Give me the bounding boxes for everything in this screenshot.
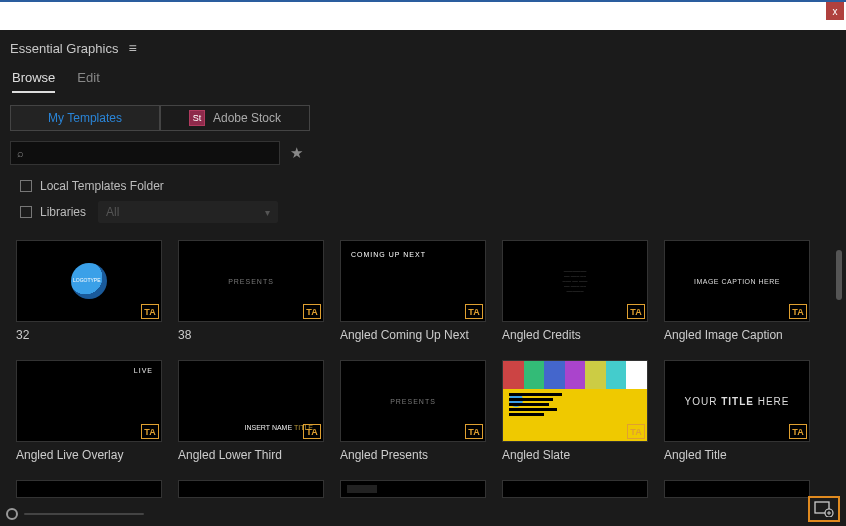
template-thumbnail: LIVE TA	[16, 360, 162, 442]
templates-grid: TA 32 PRESENTS TA 38 COMING UP NEXT TA A…	[16, 240, 826, 506]
zoom-track[interactable]	[24, 513, 144, 515]
thumb-text: PRESENTS	[390, 398, 436, 405]
template-thumbnail	[502, 480, 648, 498]
libraries-selected: All	[106, 205, 119, 219]
template-thumbnail: TA	[16, 240, 162, 322]
mogrt-badge-icon: TA	[789, 424, 807, 439]
template-thumbnail: PRESENTS TA	[178, 240, 324, 322]
adobe-stock-button[interactable]: St Adobe Stock	[160, 105, 310, 131]
mogrt-badge-icon: TA	[303, 424, 321, 439]
chevron-down-icon: ▾	[265, 207, 270, 218]
zoom-slider[interactable]	[6, 508, 144, 520]
thumb-text: LIVE	[134, 367, 153, 374]
mogrt-badge-icon: TA	[789, 304, 807, 319]
libraries-label[interactable]: Libraries	[40, 205, 86, 219]
template-label: Angled Slate	[502, 448, 648, 462]
vertical-scrollbar[interactable]	[836, 250, 842, 300]
template-thumbnail: PRESENTS TA	[340, 360, 486, 442]
mogrt-badge-icon: TA	[627, 304, 645, 319]
template-label: Angled Lower Third	[178, 448, 324, 462]
zoom-knob-icon[interactable]	[6, 508, 18, 520]
template-item[interactable]: TA Angled Slate	[502, 360, 648, 462]
new-file-icon	[814, 501, 834, 517]
filter-local-folder: Local Templates Folder	[0, 175, 846, 197]
stock-badge-icon: St	[189, 110, 205, 126]
template-item[interactable]	[664, 480, 810, 498]
thumb-text: PRESENTS	[228, 278, 274, 285]
template-thumbnail: INSERT NAME TITLE TA	[178, 360, 324, 442]
panel-title: Essential Graphics	[10, 41, 118, 56]
template-label: Angled Image Caption	[664, 328, 810, 342]
mogrt-badge-icon: TA	[465, 304, 483, 319]
adobe-stock-label: Adobe Stock	[213, 111, 281, 125]
local-folder-checkbox[interactable]	[20, 180, 32, 192]
search-field[interactable]	[28, 146, 273, 160]
mogrt-badge-icon: TA	[141, 304, 159, 319]
mogrt-badge-icon: TA	[303, 304, 321, 319]
thumb-text: YOUR TITLE HERE	[684, 396, 789, 407]
template-item[interactable]: TA 32	[16, 240, 162, 342]
new-graphic-button[interactable]	[808, 496, 840, 522]
template-item[interactable]: IMAGE CAPTION HERE TA Angled Image Capti…	[664, 240, 810, 342]
logotype-icon	[71, 263, 107, 299]
template-thumbnail: YOUR TITLE HERE TA	[664, 360, 810, 442]
mogrt-badge-icon: TA	[141, 424, 159, 439]
search-row: ⌕ ★	[0, 141, 846, 175]
template-thumbnail: COMING UP NEXT TA	[340, 240, 486, 322]
template-item[interactable]: COMING UP NEXT TA Angled Coming Up Next	[340, 240, 486, 342]
template-item[interactable]: ────────── ─── ───── ── ───── ─── ──────…	[502, 240, 648, 342]
template-label: 38	[178, 328, 324, 342]
template-thumbnail	[340, 480, 486, 498]
template-source-buttons: My Templates St Adobe Stock	[0, 93, 846, 141]
template-label: Angled Credits	[502, 328, 648, 342]
favorites-star-icon[interactable]: ★	[290, 144, 303, 162]
window-title-bar: x	[0, 0, 846, 30]
template-thumbnail: TA	[502, 360, 648, 442]
template-item[interactable]	[16, 480, 162, 498]
mogrt-badge-icon: TA	[627, 424, 645, 439]
template-item[interactable]: LIVE TA Angled Live Overlay	[16, 360, 162, 462]
panel-header: Essential Graphics ≡	[0, 30, 846, 60]
template-item[interactable]: INSERT NAME TITLE TA Angled Lower Third	[178, 360, 324, 462]
filter-libraries: Libraries All ▾	[0, 197, 846, 227]
template-thumbnail: ────────── ─── ───── ── ───── ─── ──────…	[502, 240, 648, 322]
template-item[interactable]: PRESENTS TA 38	[178, 240, 324, 342]
template-item[interactable]	[178, 480, 324, 498]
template-item[interactable]: PRESENTS TA Angled Presents	[340, 360, 486, 462]
my-templates-button[interactable]: My Templates	[10, 105, 160, 131]
template-label: 32	[16, 328, 162, 342]
template-label: Angled Coming Up Next	[340, 328, 486, 342]
template-item[interactable]	[340, 480, 486, 498]
libraries-dropdown[interactable]: All ▾	[98, 201, 278, 223]
search-input[interactable]: ⌕	[10, 141, 280, 165]
mogrt-badge-icon: TA	[465, 424, 483, 439]
search-icon: ⌕	[17, 147, 24, 159]
template-thumbnail	[178, 480, 324, 498]
thumb-text: ────────── ─── ───── ── ───── ─── ──────…	[563, 269, 588, 294]
template-label: Angled Live Overlay	[16, 448, 162, 462]
thumb-text: COMING UP NEXT	[351, 251, 426, 258]
thumb-slate	[503, 361, 647, 441]
window-close-button[interactable]: x	[826, 2, 844, 20]
panel-tabs: Browse Edit	[0, 60, 846, 93]
thumb-text: IMAGE CAPTION HERE	[694, 278, 780, 285]
template-item[interactable]	[502, 480, 648, 498]
tab-edit[interactable]: Edit	[77, 70, 99, 93]
template-label: Angled Presents	[340, 448, 486, 462]
local-folder-label[interactable]: Local Templates Folder	[40, 179, 164, 193]
template-thumbnail: IMAGE CAPTION HERE TA	[664, 240, 810, 322]
tab-browse[interactable]: Browse	[12, 70, 55, 93]
panel-menu-button[interactable]: ≡	[128, 40, 136, 56]
template-label: Angled Title	[664, 448, 810, 462]
template-thumbnail	[16, 480, 162, 498]
template-thumbnail	[664, 480, 810, 498]
template-item[interactable]: YOUR TITLE HERE TA Angled Title	[664, 360, 810, 462]
libraries-checkbox[interactable]	[20, 206, 32, 218]
